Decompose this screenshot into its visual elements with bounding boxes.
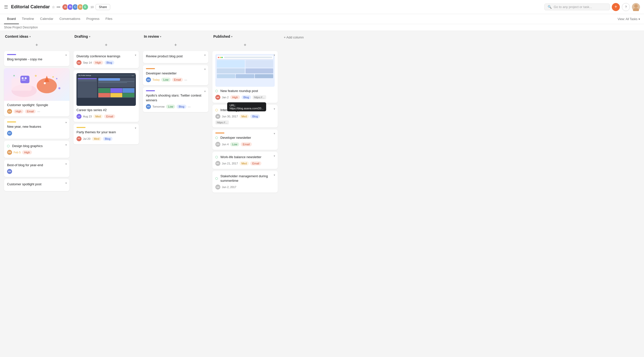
card-expand-icon[interactable]: ▾ xyxy=(274,132,275,135)
card-stakeholder-management[interactable]: ▾ Stakeholder management during summerti… xyxy=(212,171,278,193)
card-meta: BB xyxy=(7,169,66,174)
tag-email[interactable]: Email xyxy=(250,161,261,165)
tab-files[interactable]: Files xyxy=(102,14,115,24)
search-bar[interactable]: 🔍 Go to any project or task... xyxy=(544,4,610,10)
help-button[interactable]: ? xyxy=(622,3,630,11)
tag-more[interactable]: — xyxy=(188,105,191,108)
tag-high[interactable]: High xyxy=(93,61,103,65)
tag-low[interactable]: Low xyxy=(161,78,170,82)
add-task-in-review[interactable]: + xyxy=(143,41,208,49)
card-customer-spotlight-spongle[interactable]: ★ ★ ▾ Customer spotlight: Spongle CS Hig… xyxy=(4,68,69,116)
card-developer-newsletter-pub[interactable]: ▾ Developer newsletter DN Jun 4 Low Emai… xyxy=(212,129,278,150)
tag-more[interactable]: — xyxy=(184,78,187,81)
card-expand-icon[interactable]: ▾ xyxy=(274,107,275,111)
tag-email[interactable]: Email xyxy=(172,78,183,82)
member-avatars: A B C D E xyxy=(62,4,89,10)
hamburger-icon[interactable]: ☰ xyxy=(4,4,8,10)
column-caret-drafting[interactable]: ▾ xyxy=(89,35,90,38)
card-new-feature-roundup[interactable]: ▾ New feature roundup post NF Jan 2 High… xyxy=(212,51,278,103)
view-all-tasks[interactable]: View: All Tasks ▾ xyxy=(618,17,640,21)
tab-calendar[interactable]: Calendar xyxy=(37,14,56,24)
card-expand-icon[interactable]: ▾ xyxy=(135,126,136,130)
card-bottom: ▾ Customer spotlight: Spongle CS High Em… xyxy=(4,101,69,116)
tab-progress[interactable]: Progress xyxy=(83,14,102,24)
add-button[interactable]: + xyxy=(612,3,620,11)
tag-email[interactable]: Email xyxy=(104,114,115,118)
card-meta: DN Today Low Email — xyxy=(146,77,205,82)
add-task-published[interactable]: + xyxy=(212,41,278,49)
tag-med[interactable]: Med xyxy=(92,137,101,141)
show-project-description[interactable]: Show Project Description xyxy=(0,24,644,31)
tag-email[interactable]: Email xyxy=(25,109,36,113)
tag-more[interactable]: — xyxy=(37,110,40,113)
status-dot xyxy=(215,90,218,92)
avatar: SM xyxy=(215,185,220,190)
card-expand-icon[interactable]: ▾ xyxy=(274,173,275,177)
avatar: BB xyxy=(7,169,12,174)
user-avatar[interactable] xyxy=(632,3,640,11)
tag-high[interactable]: High xyxy=(230,95,240,99)
tag-low[interactable]: Low xyxy=(166,105,175,109)
add-column-button[interactable]: + Add column xyxy=(282,34,306,40)
card-diversity-conference[interactable]: ▾ Diversity conference learnings DC Sep … xyxy=(73,51,139,68)
card-expand-icon[interactable]: ▾ xyxy=(204,68,206,71)
tag-email[interactable]: Email xyxy=(241,142,252,146)
tag-blog[interactable]: Blog xyxy=(250,114,260,118)
card-expand-icon[interactable]: ▾ xyxy=(65,143,67,147)
card-apollo-shooting-stars[interactable]: ▾ Apollo's shooting stars: Twitter conte… xyxy=(143,87,208,112)
card-title: Apollo's shooting stars: Twitter contest… xyxy=(146,93,205,102)
card-work-life-balance[interactable]: ▾ Work-life balance newsletter WL Jun 21… xyxy=(212,152,278,169)
add-task-content-ideas[interactable]: + xyxy=(4,41,69,49)
card-bar xyxy=(7,121,16,122)
card-title: Stakeholder management during summertime xyxy=(220,174,275,183)
card-review-product-blog[interactable]: ▾ Review product blog post xyxy=(143,51,208,63)
card-party-themes[interactable]: ▾ Party themes for your team PT Jul 20 M… xyxy=(73,124,139,144)
url-chip[interactable]: https://... xyxy=(215,120,229,124)
tab-conversations[interactable]: Conversations xyxy=(56,14,83,24)
tag-low[interactable]: Low xyxy=(230,142,239,146)
column-caret-published[interactable]: ▾ xyxy=(231,35,232,38)
add-task-drafting[interactable]: + xyxy=(73,41,139,49)
card-expand-icon[interactable]: ▾ xyxy=(65,162,67,166)
card-developer-newsletter-review[interactable]: ▾ Developer newsletter DN Today Low Emai… xyxy=(143,65,208,85)
tag-blog[interactable]: Blog xyxy=(242,95,251,99)
tag-high[interactable]: High xyxy=(22,150,32,154)
column-caret-content-ideas[interactable]: ▾ xyxy=(29,35,31,38)
card-bar xyxy=(76,127,86,128)
card-best-of-blog[interactable]: ▾ Best-of blog for year-end BB xyxy=(4,160,69,177)
tag-med[interactable]: Med xyxy=(93,114,103,118)
avatar: E xyxy=(82,4,89,10)
card-career-tips[interactable]: My Profile Settings ••• xyxy=(73,70,139,122)
card-expand-icon[interactable]: ▾ xyxy=(135,73,136,76)
card-meta: CS High Email — xyxy=(7,109,66,114)
tag-blog[interactable]: Blog xyxy=(177,105,186,109)
tag-med[interactable]: Med xyxy=(239,161,249,165)
avatar: NF xyxy=(215,95,220,100)
star-icon[interactable]: ☆ xyxy=(52,5,55,9)
card-design-blog-graphics[interactable]: ▾ Design blog graphics DB Feb 5 High xyxy=(4,141,69,158)
more-icon[interactable]: ••• xyxy=(57,5,60,9)
card-expand-icon[interactable]: ▾ xyxy=(204,90,206,93)
add-column: + Add column xyxy=(282,33,306,352)
card-expand-icon[interactable]: ▾ xyxy=(65,121,67,124)
share-button[interactable]: Share xyxy=(96,4,110,10)
tab-timeline[interactable]: Timeline xyxy=(19,14,37,24)
card-expand-icon[interactable]: ▾ xyxy=(274,154,275,158)
tag-high[interactable]: High xyxy=(14,109,23,113)
column-caret-in-review[interactable]: ▾ xyxy=(160,35,161,38)
card-blog-template[interactable]: ▾ Blog template - copy me xyxy=(4,51,69,66)
url-chip[interactable]: https://... xyxy=(253,95,266,99)
tag-med[interactable]: Med xyxy=(239,114,249,118)
card-expand-icon[interactable]: ▾ xyxy=(135,54,136,57)
column-title-drafting: Drafting xyxy=(74,34,88,38)
card-expand-icon[interactable]: ▾ xyxy=(204,54,206,57)
card-customer-spotlight-post[interactable]: ▾ Customer spotlight post xyxy=(4,179,69,191)
tab-board[interactable]: Board xyxy=(4,14,19,24)
tag-blog[interactable]: Blog xyxy=(105,61,114,65)
card-expand-icon[interactable]: ▾ xyxy=(65,54,67,57)
card-expand-icon[interactable]: ▾ xyxy=(274,54,275,57)
card-new-year-features[interactable]: ▾ New year, new features NY xyxy=(4,118,69,139)
status-dot xyxy=(7,145,10,147)
tag-blog[interactable]: Blog xyxy=(103,137,112,141)
card-expand-icon[interactable]: ▾ xyxy=(65,182,67,185)
